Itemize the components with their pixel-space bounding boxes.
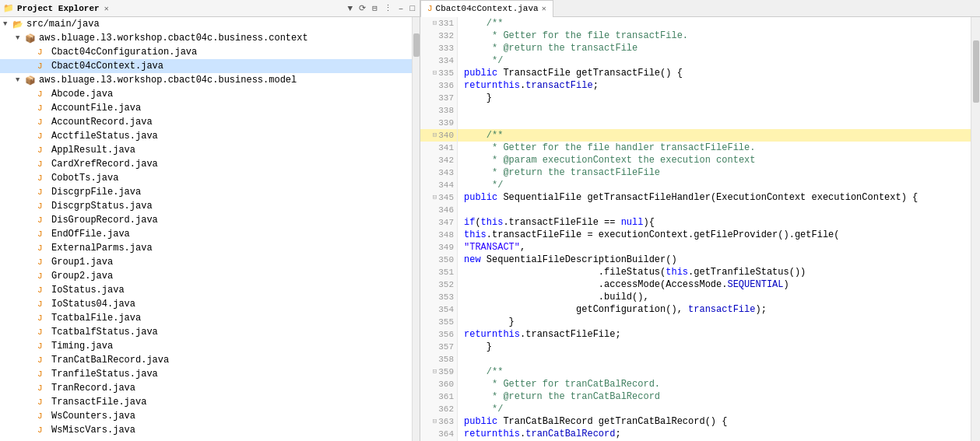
list-item[interactable]: ▶JDisGroupRecord.java: [0, 213, 412, 227]
list-item[interactable]: ▶JDiscgrpFile.java: [0, 185, 412, 199]
line-num-364: ⊟364: [420, 428, 457, 440]
tree-item-model-pkg[interactable]: ▼ 📦 aws.bluage.l3.workshop.cbact04c.busi…: [0, 73, 412, 87]
code-line-344: */: [458, 179, 971, 191]
fold-indicator[interactable]: ⊟: [433, 17, 437, 30]
file-label: WsCounters.java: [51, 411, 135, 422]
file-label: CobotTs.java: [51, 173, 118, 184]
line-num-332: ⊟332: [420, 30, 457, 42]
line-num-349: ⊟349: [420, 241, 457, 254]
project-tree-scrollbar[interactable]: [412, 17, 420, 441]
editor-tab-bar: J Cbact04cContext.java ✕: [420, 0, 980, 17]
code-editor[interactable]: /** * Getter for the file transactFile. …: [458, 17, 971, 441]
file-label: DiscgrpFile.java: [51, 187, 141, 198]
collapse-all-icon[interactable]: ▼: [346, 3, 355, 14]
fold-indicator-335[interactable]: ⊟: [433, 67, 437, 79]
code-line-360: * Getter for tranCatBalRecord.: [458, 378, 971, 390]
context-pkg-label: aws.bluage.l3.workshop.cbact04c.business…: [39, 33, 308, 44]
fold-indicator-340[interactable]: ⊟: [433, 129, 437, 142]
code-line-351: .fileStatus(this.getTranfileStatus()): [458, 266, 971, 278]
file-label: TcatbalfStatus.java: [51, 327, 158, 338]
line-num-361: ⊟361: [420, 390, 457, 403]
minimize-icon[interactable]: –: [397, 3, 406, 14]
list-item[interactable]: ▶JAcctfileStatus.java: [0, 129, 412, 143]
expand-arrow-model: ▼: [16, 76, 25, 84]
list-item[interactable]: ▶JWsMiscVars.java: [0, 423, 412, 437]
line-num-357: ⊟357: [420, 341, 457, 353]
editor-tab-context[interactable]: J Cbact04cContext.java ✕: [420, 0, 553, 17]
file-label: ApplResult.java: [51, 145, 135, 156]
code-line-350: new SequentialFileDescriptionBuilder(): [458, 254, 971, 266]
filter-icon[interactable]: ⊟: [371, 2, 379, 14]
tab-close-icon[interactable]: ✕: [542, 4, 546, 13]
list-item[interactable]: ▶JTiming.java: [0, 339, 412, 353]
line-num-347: ⊟347: [420, 216, 457, 229]
editor-panel: J Cbact04cContext.java ✕ ⊟331 ⊟332 ⊟333 …: [420, 0, 980, 441]
file-label: TranRecord.java: [51, 383, 135, 394]
line-num-346: ⊟346: [420, 204, 457, 216]
code-line-336: return this.transactFile;: [458, 79, 971, 92]
view-menu-icon[interactable]: ⋮: [382, 2, 394, 14]
line-num-342: ⊟342: [420, 154, 457, 166]
file-label: TranCatBalRecord.java: [51, 355, 169, 366]
header-left: 📁 Project Explorer ✕: [3, 3, 109, 13]
java-icon-context: J: [37, 61, 50, 71]
project-tree[interactable]: ▼ 📂 src/main/java ▼ 📦 aws.bluage.l3.work…: [0, 17, 412, 441]
list-item[interactable]: ▶JTranfileStatus.java: [0, 367, 412, 381]
config-label: Cbact04cConfiguration.java: [51, 47, 197, 58]
list-item[interactable]: ▶JDiscgrpStatus.java: [0, 199, 412, 213]
expand-arrow-src: ▼: [3, 20, 12, 28]
fold-indicator-359[interactable]: ⊟: [433, 366, 437, 378]
list-item[interactable]: ▶JTcatbalfStatus.java: [0, 325, 412, 339]
project-explorer-title: Project Explorer: [17, 4, 100, 13]
src-folder-label: src/main/java: [26, 19, 100, 30]
close-tab-icon[interactable]: ✕: [104, 4, 109, 13]
list-item[interactable]: ▶JAbcode.java: [0, 87, 412, 101]
editor-scroll-thumb[interactable]: [973, 40, 979, 103]
code-line-340: /**: [458, 129, 971, 142]
tree-scroll-area: ▼ 📂 src/main/java ▼ 📦 aws.bluage.l3.work…: [0, 17, 420, 441]
tree-item-context[interactable]: ▶ J Cbact04cContext.java: [0, 59, 412, 73]
list-item[interactable]: ▶JEndOfFile.java: [0, 227, 412, 241]
list-item[interactable]: ▶JAccountRecord.java: [0, 115, 412, 129]
line-num-340: ⊟340: [420, 129, 457, 142]
file-label: TransactFile.java: [51, 397, 146, 408]
list-item[interactable]: ▶JGroup2.java: [0, 269, 412, 283]
maximize-icon[interactable]: □: [408, 3, 416, 14]
list-item[interactable]: ▶JTranCatBalRecord.java: [0, 353, 412, 367]
tab-java-icon: J: [427, 4, 433, 13]
list-item[interactable]: ▶JTcatbalFile.java: [0, 311, 412, 325]
context-label: Cbact04cContext.java: [51, 61, 163, 72]
list-item[interactable]: ▶JCobotTs.java: [0, 171, 412, 185]
list-item[interactable]: ▶JWsCounters.java: [0, 409, 412, 423]
list-item[interactable]: ▶JIoStatus.java: [0, 283, 412, 297]
line-num-345: ⊟345: [420, 191, 457, 204]
editor-vertical-scrollbar[interactable]: [971, 17, 980, 441]
list-item[interactable]: ▶JExternalParms.java: [0, 241, 412, 255]
project-tree-scroll-thumb[interactable]: [413, 33, 420, 57]
fold-indicator-363[interactable]: ⊟: [433, 415, 437, 428]
list-item[interactable]: ▶JAccountFile.java: [0, 101, 412, 115]
list-item[interactable]: ▶JTransactFile.java: [0, 395, 412, 409]
sync-icon[interactable]: ⟳: [357, 2, 367, 14]
tree-item-config[interactable]: ▶ J Cbact04cConfiguration.java: [0, 45, 412, 59]
list-item[interactable]: ▶JCardXrefRecord.java: [0, 157, 412, 171]
list-item[interactable]: ▶JGroup1.java: [0, 255, 412, 269]
list-item[interactable]: ▶JIoStatus04.java: [0, 297, 412, 311]
project-explorer-header: 📁 Project Explorer ✕ ▼ ⟳ ⊟ ⋮ – □: [0, 0, 420, 17]
list-item[interactable]: ▶JTranRecord.java: [0, 381, 412, 395]
line-num-336: ⊟336: [420, 79, 457, 92]
list-item[interactable]: ▶JApplResult.java: [0, 143, 412, 157]
line-num-353: ⊟353: [420, 291, 457, 303]
code-line-332: * Getter for the file transactFile.: [458, 30, 971, 42]
package-icon-context: 📦: [25, 33, 37, 44]
code-line-342: * @param executionContext the execution …: [458, 154, 971, 166]
line-num-344: ⊟344: [420, 179, 457, 191]
line-num-337: ⊟337: [420, 92, 457, 104]
code-line-341: * Getter for the file handler transactFi…: [458, 142, 971, 154]
fold-indicator-345[interactable]: ⊟: [433, 191, 437, 204]
tree-item-src[interactable]: ▼ 📂 src/main/java: [0, 17, 412, 31]
file-label: Group2.java: [51, 271, 113, 282]
code-line-361: * @return the tranCatBalRecord: [458, 390, 971, 403]
tree-item-context-pkg[interactable]: ▼ 📦 aws.bluage.l3.workshop.cbact04c.busi…: [0, 31, 412, 45]
line-num-356: ⊟356: [420, 328, 457, 341]
